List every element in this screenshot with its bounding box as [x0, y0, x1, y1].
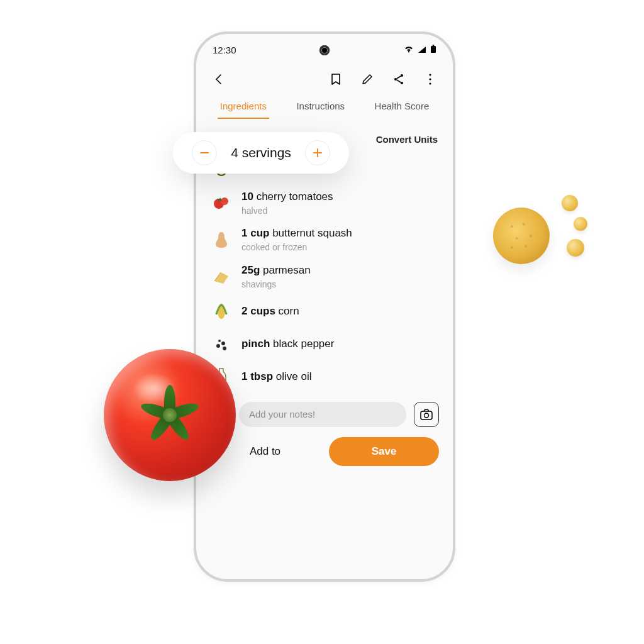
signal-icon — [418, 45, 426, 55]
svg-point-13 — [218, 304, 225, 319]
svg-point-4 — [401, 82, 403, 84]
ingredient-subtext: halved — [242, 205, 333, 216]
svg-point-7 — [429, 82, 431, 84]
svg-point-14 — [216, 344, 220, 348]
bottom-actions: Add to Save — [196, 427, 453, 479]
decor-corn — [493, 195, 587, 277]
svg-rect-19 — [421, 411, 432, 419]
tab-bar: Ingredients Instructions Health Score — [196, 93, 453, 119]
servings-decrease-button[interactable] — [192, 140, 217, 165]
ingredient-list: 1 avocado 10 cherry tomatoes halved 1 cu… — [196, 151, 453, 393]
notes-input[interactable]: Add your notes! — [239, 402, 406, 427]
parmesan-icon — [210, 265, 233, 288]
tab-instructions[interactable]: Instructions — [294, 96, 347, 119]
servings-stepper: 4 servings — [173, 132, 349, 174]
tab-ingredients[interactable]: Ingredients — [218, 96, 269, 119]
svg-point-15 — [221, 341, 225, 345]
ingredient-text: 1 tbsp olive oil — [242, 370, 312, 384]
share-button[interactable] — [390, 70, 408, 88]
svg-point-6 — [429, 78, 431, 80]
ingredient-text: 2 cups corn — [242, 304, 299, 318]
svg-point-3 — [401, 74, 403, 77]
wifi-icon — [404, 45, 414, 55]
status-time: 12:30 — [213, 45, 236, 55]
camera-button[interactable] — [414, 402, 439, 427]
ingredient-text: 10 cherry tomatoes — [242, 190, 333, 204]
ingredient-subtext: shavings — [242, 279, 311, 290]
tomato-icon — [210, 192, 233, 214]
ingredient-subtext: cooked or frozen — [242, 242, 352, 253]
servings-label: 4 servings — [231, 145, 291, 160]
list-item[interactable]: 1 tbsp olive oil — [210, 360, 441, 393]
more-button[interactable] — [421, 70, 439, 88]
list-item[interactable]: pinch black pepper — [210, 328, 441, 360]
svg-rect-0 — [431, 46, 436, 53]
svg-point-5 — [429, 74, 431, 75]
svg-point-2 — [394, 78, 397, 80]
ingredient-text: 1 cup butternut squash — [242, 226, 352, 240]
tab-health-score[interactable]: Health Score — [372, 96, 432, 119]
ingredient-text: pinch black pepper — [242, 337, 334, 351]
battery-icon — [430, 45, 436, 55]
phone-frame: 12:30 — [194, 31, 455, 582]
list-item[interactable]: 25g parmesan shavings — [210, 258, 441, 295]
list-item[interactable]: 10 cherry tomatoes halved — [210, 185, 441, 221]
phone-camera — [319, 45, 330, 55]
corn-icon — [210, 300, 233, 323]
edit-button[interactable] — [358, 70, 376, 88]
app-toolbar — [196, 62, 453, 93]
save-button[interactable]: Save — [329, 437, 439, 466]
svg-point-20 — [425, 413, 429, 418]
svg-rect-1 — [433, 45, 435, 46]
decor-tomato — [104, 349, 236, 481]
pepper-icon — [210, 333, 233, 355]
ingredient-text: 25g parmesan — [242, 264, 311, 277]
svg-point-16 — [223, 347, 226, 350]
svg-point-12 — [221, 197, 228, 205]
convert-units-button[interactable]: Convert Units — [376, 134, 438, 145]
list-item[interactable]: 2 cups corn — [210, 295, 441, 328]
bookmark-button[interactable] — [327, 70, 345, 88]
list-item[interactable]: 1 cup butternut squash cooked or frozen — [210, 221, 441, 258]
back-button[interactable] — [210, 70, 228, 88]
squash-icon — [210, 228, 233, 251]
servings-increase-button[interactable] — [305, 140, 330, 165]
svg-point-17 — [218, 340, 221, 342]
